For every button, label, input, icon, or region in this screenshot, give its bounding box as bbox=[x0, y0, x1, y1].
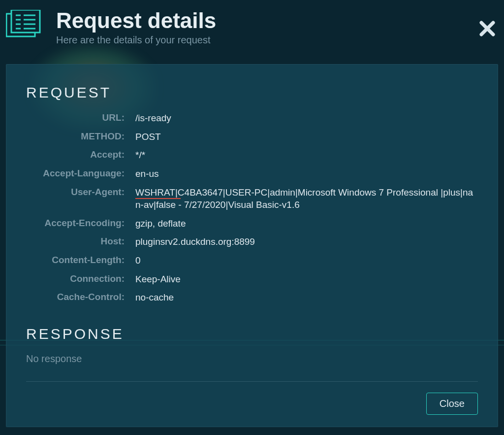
field-label: Accept-Encoding: bbox=[26, 217, 125, 229]
field-row-accept-encoding: Accept-Encoding: gzip, deflate bbox=[26, 217, 478, 230]
response-section-title: RESPONSE bbox=[26, 326, 478, 342]
field-label: URL: bbox=[26, 112, 125, 123]
field-row-url: URL: /is-ready bbox=[26, 112, 478, 125]
field-row-cache-control: Cache-Control: no-cache bbox=[26, 291, 478, 304]
dialog-title: Request details bbox=[56, 9, 216, 33]
field-row-host: Host: pluginsrv2.duckdns.org:8899 bbox=[26, 235, 478, 248]
response-section: RESPONSE No response bbox=[26, 326, 478, 365]
request-section-title: REQUEST bbox=[26, 84, 478, 101]
field-label: Content-Length: bbox=[26, 254, 125, 266]
field-value: /is-ready bbox=[135, 112, 478, 125]
request-details-icon bbox=[6, 10, 44, 42]
field-label: User-Agent: bbox=[26, 186, 125, 198]
field-label: Accept: bbox=[26, 149, 125, 160]
no-response-text: No response bbox=[26, 353, 478, 365]
dialog-panel: REQUEST URL: /is-ready METHOD: POST Acce… bbox=[6, 64, 498, 427]
field-label: Cache-Control: bbox=[26, 291, 125, 302]
field-row-user-agent: User-Agent: WSHRAT|C4BA3647|USER-PC|admi… bbox=[26, 186, 478, 211]
field-value: */* bbox=[135, 149, 478, 162]
field-row-accept: Accept: */* bbox=[26, 149, 478, 162]
field-value: Keep-Alive bbox=[135, 273, 478, 286]
field-row-method: METHOD: POST bbox=[26, 131, 478, 143]
field-value: pluginsrv2.duckdns.org:8899 bbox=[135, 235, 478, 248]
field-label: Host: bbox=[26, 235, 125, 247]
field-value: no-cache bbox=[135, 291, 478, 304]
dialog-subtitle: Here are the details of your request bbox=[56, 34, 216, 46]
dialog-footer: Close bbox=[26, 382, 478, 415]
field-value: gzip, deflate bbox=[135, 217, 478, 230]
request-fields: URL: /is-ready METHOD: POST Accept: */* … bbox=[26, 112, 478, 304]
highlight-underline bbox=[135, 198, 181, 199]
field-value: WSHRAT|C4BA3647|USER-PC|admin|Microsoft … bbox=[135, 186, 478, 211]
field-row-accept-language: Accept-Language: en-us bbox=[26, 167, 478, 180]
close-button[interactable]: Close bbox=[426, 393, 478, 415]
dialog-header: Request details Here are the details of … bbox=[6, 9, 498, 46]
field-row-content-length: Content-Length: 0 bbox=[26, 254, 478, 267]
close-icon[interactable] bbox=[479, 21, 495, 38]
field-value: en-us bbox=[135, 167, 478, 180]
field-row-connection: Connection: Keep-Alive bbox=[26, 273, 478, 286]
field-value: 0 bbox=[135, 254, 478, 267]
field-label: Accept-Language: bbox=[26, 167, 125, 179]
field-value: POST bbox=[135, 131, 478, 143]
user-agent-text: WSHRAT|C4BA3647|USER-PC|admin|Microsoft … bbox=[135, 187, 473, 210]
field-label: Connection: bbox=[26, 273, 125, 284]
field-label: METHOD: bbox=[26, 131, 125, 142]
